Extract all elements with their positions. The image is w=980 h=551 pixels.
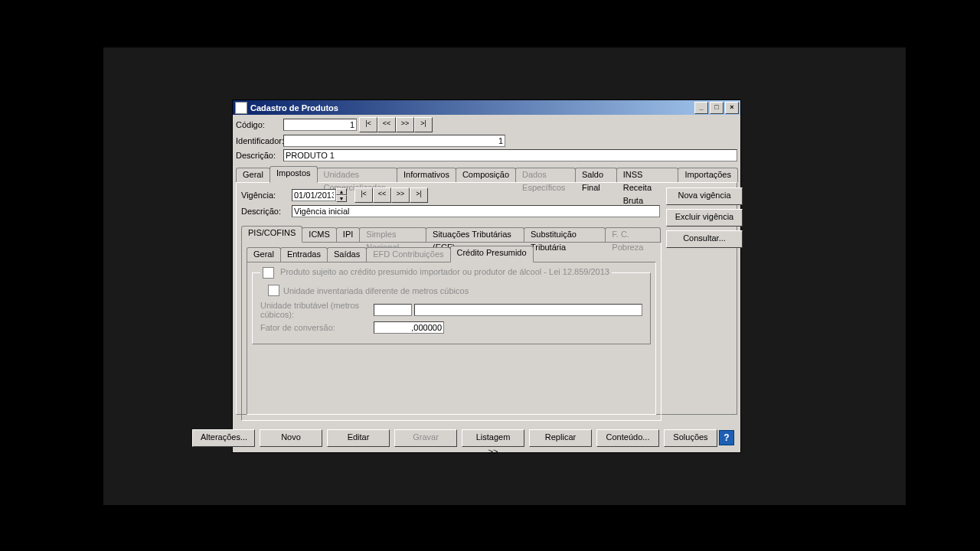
impostos-panel: Vigência: ▲▼ |< << >> >| Descrição: [236,182,737,415]
pis-cofins-panel: Geral Entradas Saídas EFD Contribuições … [241,242,662,421]
tab-efd: EFD Contribuições [366,247,450,262]
editar-button[interactable]: Editar [327,429,390,447]
tab-ipi[interactable]: IPI [336,227,360,242]
nav-last-button[interactable]: >| [414,117,433,132]
credito-checkbox[interactable] [263,267,274,279]
tab-inss[interactable]: INSS Receita Bruta [616,168,679,182]
client-area: Código: |< << >> >| Identificador: Descr… [236,117,737,449]
window-title: Cadastro de Produtos [250,103,338,112]
conteudo-button[interactable]: Conteúdo... [596,429,659,447]
solucoes-button[interactable]: Soluções [664,429,717,447]
tab-geral[interactable]: Geral [236,168,270,182]
codigo-input[interactable] [283,119,357,131]
unidade-trib-desc[interactable] [414,304,642,316]
tab-sub-geral[interactable]: Geral [247,247,281,262]
main-tabstrip: Geral Impostos Unidades Comercializadas … [236,166,737,182]
credito-legend: Produto sujeito ao crédito presumido imp… [280,267,609,276]
window-system-icon [235,102,247,114]
close-button[interactable]: × [725,102,739,114]
vigencia-spinner[interactable]: ▲▼ [336,188,347,202]
credito-group: Produto sujeito ao crédito presumido imp… [252,267,651,344]
novo-button[interactable]: Novo [260,429,322,447]
tab-unidades: Unidades Comercializadas [317,168,397,182]
tab-saidas[interactable]: Saídas [327,247,367,262]
unidade-diff-checkbox[interactable] [268,285,279,296]
fator-input[interactable] [374,321,444,334]
help-icon[interactable]: ? [719,430,734,445]
vig-nav-next[interactable]: >> [391,187,410,203]
tab-composicao[interactable]: Composição [456,168,516,182]
titlebar[interactable]: Cadastro de Produtos _ □ × [233,100,740,115]
tab-simples: Simples Nacional [359,227,426,242]
unidade-trib-code[interactable] [374,304,412,316]
tab-informativos[interactable]: Informativos [397,168,456,182]
product-registration-window: Cadastro de Produtos _ □ × Código: |< <<… [232,99,741,453]
excluir-vigencia-button[interactable]: Excluir vigência [666,209,743,227]
pis-sub-tabstrip: Geral Entradas Saídas EFD Contribuições … [247,246,656,262]
tab-credito-presumido[interactable]: Crédito Presumido [450,246,534,262]
replicar-button[interactable]: Replicar [529,429,592,447]
vig-nav-first[interactable]: |< [354,187,373,203]
tab-saldo-final[interactable]: Saldo Final [575,168,617,182]
listagem-button[interactable]: Listagem >> [462,429,524,447]
bottom-toolbar: Alterações... Novo Editar Gravar Listage… [236,426,737,449]
tab-importacoes[interactable]: Importações [678,168,738,182]
vig-nav-last[interactable]: >| [410,187,428,203]
tab-impostos[interactable]: Impostos [270,166,318,183]
nav-next-button[interactable]: >> [396,117,414,132]
tab-dados-especificos: Dados Específicos [515,168,576,182]
descricao-label: Descrição: [236,151,283,160]
maximize-button[interactable]: □ [710,102,724,114]
descricao-input[interactable] [283,149,737,161]
vig-desc-input[interactable] [292,205,660,217]
identificador-label: Identificador: [236,136,283,145]
identificador-input[interactable] [283,135,505,147]
consultar-button[interactable]: Consultar... [666,230,743,248]
fator-label: Fator de conversão: [260,323,374,332]
unidade-trib-label: Unidade tributável (metros cúbicos): [260,301,374,319]
minimize-button[interactable]: _ [694,102,708,114]
tab-icms[interactable]: ICMS [302,227,337,242]
codigo-label: Código: [236,120,283,129]
vigencia-label: Vigência: [241,191,292,200]
nova-vigencia-button[interactable]: Nova vigência [666,187,743,205]
unidade-diff-label: Unidade inventariada diferente de metros… [283,286,469,295]
tab-sit-ecf[interactable]: Situações Tributárias (ECF) [426,227,524,242]
tab-subst[interactable]: Substituição Tributária [524,227,606,242]
alteracoes-button[interactable]: Alterações... [192,429,255,447]
credito-presumido-panel: Produto sujeito ao crédito presumido imp… [247,262,656,415]
vigencia-input[interactable] [292,189,336,201]
nav-first-button[interactable]: |< [359,117,377,132]
gravar-button: Gravar [394,429,457,447]
vig-desc-label: Descrição: [241,207,292,216]
tab-entradas[interactable]: Entradas [280,247,328,262]
tax-tabstrip: PIS/COFINS ICMS IPI Simples Nacional Sit… [241,226,660,242]
tab-pis-cofins[interactable]: PIS/COFINS [241,226,302,243]
vig-nav-prev[interactable]: << [373,187,391,203]
tab-fc-pobreza: F. C. Pobreza [605,227,661,242]
nav-prev-button[interactable]: << [377,117,396,132]
